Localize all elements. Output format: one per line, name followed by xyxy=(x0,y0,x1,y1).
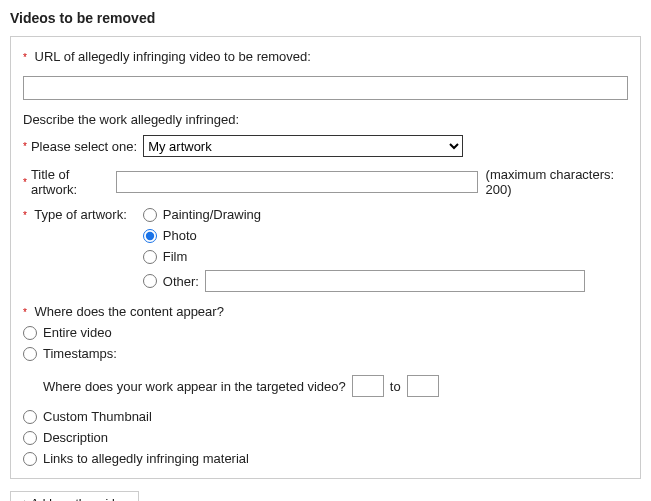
appear-description-radio[interactable] xyxy=(23,431,37,445)
type-film-radio[interactable] xyxy=(143,250,157,264)
add-another-video-button[interactable]: + Add another video xyxy=(10,491,139,501)
type-film-label: Film xyxy=(163,249,188,264)
type-other-label: Other: xyxy=(163,274,199,289)
timestamp-to-input[interactable] xyxy=(407,375,439,397)
appear-timestamps-label: Timestamps: xyxy=(43,346,117,361)
timestamp-prompt: Where does your work appear in the targe… xyxy=(43,379,346,394)
type-other-radio[interactable] xyxy=(143,274,157,288)
appear-entire-label: Entire video xyxy=(43,325,112,340)
section-title: Videos to be removed xyxy=(10,10,641,26)
required-marker: * xyxy=(23,210,27,221)
type-photo-radio[interactable] xyxy=(143,229,157,243)
required-marker: * xyxy=(23,177,27,188)
select-one-dropdown[interactable]: My artwork xyxy=(143,135,463,157)
title-suffix: (maximum characters: 200) xyxy=(486,167,628,197)
required-marker: * xyxy=(23,52,27,63)
type-label: Type of artwork: xyxy=(34,207,126,222)
url-label: URL of allegedly infringing video to be … xyxy=(35,49,311,64)
appear-thumbnail-label: Custom Thumbnail xyxy=(43,409,152,424)
appear-timestamps-radio[interactable] xyxy=(23,347,37,361)
required-marker: * xyxy=(23,141,27,152)
appear-entire-radio[interactable] xyxy=(23,326,37,340)
timestamp-from-input[interactable] xyxy=(352,375,384,397)
appear-links-label: Links to allegedly infringing material xyxy=(43,451,249,466)
title-input[interactable] xyxy=(116,171,477,193)
type-other-input[interactable] xyxy=(205,270,585,292)
describe-label: Describe the work allegedly infringed: xyxy=(23,112,628,127)
url-input[interactable] xyxy=(23,76,628,100)
title-label: Title of artwork: xyxy=(31,167,111,197)
appear-thumbnail-radio[interactable] xyxy=(23,410,37,424)
type-photo-label: Photo xyxy=(163,228,197,243)
type-painting-radio[interactable] xyxy=(143,208,157,222)
appear-links-radio[interactable] xyxy=(23,452,37,466)
form-container: * URL of allegedly infringing video to b… xyxy=(10,36,641,479)
timestamp-to-label: to xyxy=(390,379,401,394)
appear-label: Where does the content appear? xyxy=(35,304,224,319)
type-painting-label: Painting/Drawing xyxy=(163,207,261,222)
select-one-label: Please select one: xyxy=(31,139,137,154)
required-marker: * xyxy=(23,307,27,318)
appear-description-label: Description xyxy=(43,430,108,445)
